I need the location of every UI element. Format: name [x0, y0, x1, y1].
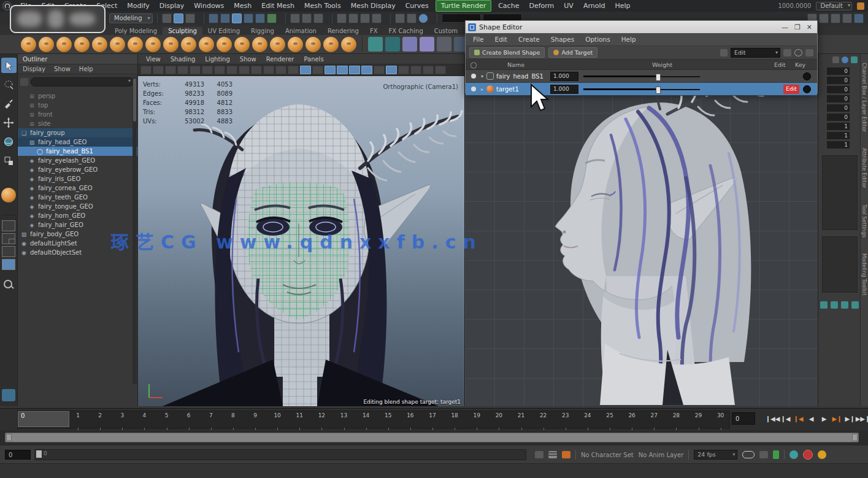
channel-row[interactable]: 1 [827, 122, 860, 131]
sidebar-tab[interactable]: Modeling Toolkit [861, 253, 867, 296]
channel-row[interactable]: 0 [827, 67, 860, 75]
minimize-button[interactable]: — [782, 23, 788, 31]
weight-slider[interactable] [583, 85, 700, 93]
pane-outliner-icon[interactable] [407, 13, 417, 23]
shape-editor-menu[interactable]: Edit [490, 36, 512, 43]
snap-view-plane-icon[interactable] [255, 13, 265, 23]
rotate-tool[interactable] [1, 134, 17, 149]
menu-item[interactable]: Mesh Display [346, 1, 401, 11]
grid-toggle-icon[interactable] [226, 66, 237, 74]
topology-icon[interactable] [385, 37, 400, 52]
lasso-tool[interactable] [1, 77, 17, 92]
motion-blur-icon[interactable] [386, 66, 397, 74]
shelf-tab[interactable]: FX Caching [383, 27, 429, 35]
menu-item[interactable]: Windows [189, 1, 229, 11]
outliner-menu[interactable]: Help [79, 66, 93, 72]
sidebar-tab[interactable]: Attribute Editor [861, 148, 867, 188]
menu-item-plugin[interactable]: Turtle Render [436, 0, 491, 12]
component-mode-icon[interactable] [185, 13, 195, 23]
menu-set-dropdown[interactable]: Modeling [109, 13, 153, 23]
channel-expression-icon[interactable] [842, 56, 848, 63]
channel-pencil-icon[interactable] [851, 56, 858, 63]
channel-row[interactable]: 0 [827, 113, 860, 121]
add-target-button[interactable]: Add Target [548, 47, 597, 58]
wireframe-icon[interactable] [312, 66, 323, 74]
zoom-tool-icon[interactable] [4, 280, 13, 290]
time-slider[interactable]: 0 12345678910111213141516171819202122232… [0, 408, 868, 431]
open-render-view-icon[interactable] [337, 13, 347, 23]
weight-slider[interactable] [583, 72, 700, 80]
snap-curve-icon[interactable] [220, 13, 230, 23]
range-slider-bar[interactable] [5, 433, 859, 442]
object-mode-icon[interactable] [174, 13, 183, 23]
outliner-search-input[interactable] [31, 77, 134, 87]
layout-single-pane-button[interactable] [2, 220, 15, 231]
snap-point-icon[interactable] [232, 13, 242, 23]
bulge-brush-icon[interactable] [288, 37, 303, 52]
two-d-pan-zoom-icon[interactable] [202, 66, 213, 74]
key-indicator[interactable] [803, 85, 811, 93]
lock-camera-icon[interactable] [153, 66, 164, 74]
character-set-key-icon[interactable] [535, 451, 543, 458]
safe-action-icon[interactable] [288, 66, 299, 74]
uv-editor-icon[interactable] [402, 37, 417, 52]
workspace-dropdown[interactable]: Default [816, 2, 852, 10]
channel-row[interactable]: 1 [827, 141, 860, 149]
blend-shape-node-row[interactable]: ▾ fairy_head_BS1 1.000 [466, 70, 817, 83]
step-back-frame-button[interactable]: ❙◀ [793, 411, 804, 426]
outliner-item-side[interactable]: ⊞ side [18, 119, 137, 128]
move-tool[interactable] [1, 115, 17, 130]
menu-item[interactable]: UV [559, 1, 578, 11]
play-forwards-button[interactable]: ▶ [818, 411, 830, 426]
grid-icon[interactable] [842, 13, 852, 23]
light-toggle-icon[interactable] [418, 13, 428, 23]
menu-item[interactable]: Mesh Tools [299, 1, 346, 11]
layout-four-pane-button[interactable] [2, 233, 15, 244]
isolate-select-icon[interactable] [435, 66, 446, 74]
anim-preferences-icon[interactable] [818, 450, 826, 459]
loop-toggle-icon[interactable] [742, 451, 755, 458]
shape-editor-menu[interactable]: Shapes [546, 36, 579, 43]
playback-option-icon[interactable] [789, 450, 798, 459]
evaluation-toggle-icon[interactable] [773, 450, 779, 459]
resolution-gate-icon[interactable] [251, 66, 262, 74]
spray-brush-icon[interactable] [145, 37, 161, 52]
menu-item[interactable]: Display [155, 1, 190, 11]
shape-editor-titlebar[interactable]: Shape Editor — ❐ ✕ [466, 21, 817, 33]
outliner-item-persp[interactable]: ⊞ persp [18, 91, 137, 101]
maximize-button[interactable]: ❐ [794, 23, 801, 31]
scale-tool[interactable] [1, 153, 17, 168]
outliner-item-fairy-tongue-geo[interactable]: ◈ fairy_tongue_GEO [18, 202, 137, 211]
paint-selection-tool[interactable] [1, 96, 17, 111]
gate-mask-icon[interactable] [263, 66, 274, 74]
step-forward-frame-button[interactable]: ▶❙ [831, 411, 843, 426]
workspace-icon[interactable] [854, 13, 864, 23]
multisample-icon[interactable] [398, 66, 409, 74]
menu-item[interactable]: Mesh [229, 1, 256, 11]
fill-brush-icon[interactable] [234, 37, 250, 52]
channel-key-icon[interactable] [832, 56, 839, 63]
list-icon[interactable] [831, 13, 840, 23]
channel-row[interactable]: 0 [827, 104, 860, 112]
menu-item[interactable]: Help [610, 1, 635, 11]
outliner-item-fairy-head-geo[interactable]: ▧ fairy_head_GEO [18, 137, 137, 147]
sparkle-icon[interactable] [819, 13, 829, 23]
layer-anim-icon[interactable] [851, 301, 859, 309]
anim-layer-menu[interactable]: No Anim Layer [639, 452, 684, 458]
outliner-item-fairy-group[interactable]: ❑ fairy_group [18, 128, 137, 137]
shelf-tab[interactable]: Poly Modeling [109, 27, 163, 35]
foamy-brush-icon[interactable] [128, 37, 143, 52]
current-frame-indicator[interactable]: 0 [18, 411, 69, 427]
panel-menu[interactable]: Show [236, 56, 261, 63]
outliner-item-fairy-eyebrow-geo[interactable]: ◈ fairy_eyebrow_GEO [18, 165, 137, 174]
edit-target-toggle[interactable]: Edit [783, 85, 799, 94]
menu-item[interactable]: Deform [524, 1, 559, 11]
output-connections-icon[interactable] [302, 13, 312, 23]
shadows-icon[interactable] [361, 66, 372, 74]
grease-pencil-icon[interactable] [214, 66, 225, 74]
channel-row[interactable]: 0 [827, 94, 860, 103]
close-button[interactable]: ✕ [807, 23, 812, 31]
misc-tool-icon-1[interactable] [437, 37, 451, 52]
outliner-item-fairy-horn-geo[interactable]: ◈ fairy_horn_GEO [18, 211, 137, 220]
create-blend-shape-button[interactable]: Create Blend Shape [469, 47, 545, 58]
